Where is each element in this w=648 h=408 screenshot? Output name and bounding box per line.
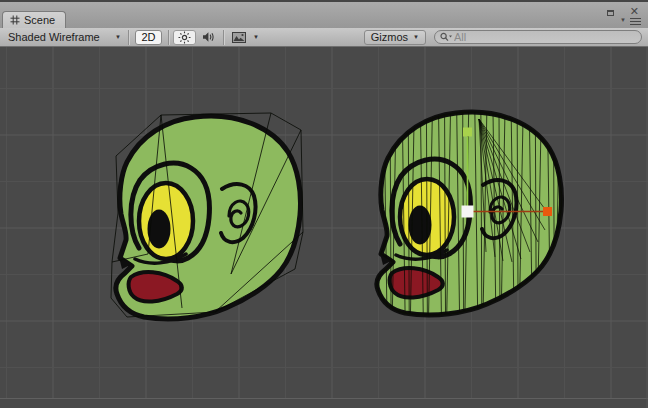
- close-icon[interactable]: ✕: [630, 5, 639, 17]
- tab-title: Scene: [24, 14, 55, 26]
- search-icon[interactable]: [439, 31, 453, 43]
- panel-tab-bar: Scene ✕ ▼: [0, 0, 648, 28]
- draw-mode-label: Shaded Wireframe: [8, 31, 100, 43]
- gizmos-dropdown[interactable]: Gizmos ▼: [364, 30, 426, 45]
- panel-dropdown-icon[interactable]: ▼: [620, 16, 626, 24]
- search-input[interactable]: [454, 31, 635, 43]
- chevron-down-icon: ▼: [413, 34, 419, 40]
- gizmos-label: Gizmos: [371, 31, 408, 43]
- image-icon: [232, 32, 246, 43]
- toolbar-separator: [223, 30, 224, 45]
- tab-scene[interactable]: Scene: [2, 11, 66, 28]
- audio-toggle-button[interactable]: [198, 30, 219, 45]
- scene-canvas[interactable]: [0, 47, 648, 408]
- unity-scene-panel: Scene ✕ ▼ Shaded Wireframe ▼ 2D: [0, 0, 648, 408]
- zombie-head-left[interactable]: [111, 113, 303, 319]
- effects-dropdown-icon[interactable]: ▼: [253, 34, 259, 40]
- speaker-icon: [202, 31, 215, 43]
- toolbar-separator: [128, 30, 129, 45]
- scene-toolbar: Shaded Wireframe ▼ 2D: [0, 28, 648, 47]
- gizmo-y-axis-handle[interactable]: [463, 128, 472, 137]
- chevron-down-icon: ▼: [115, 34, 121, 40]
- toggle-2d-button[interactable]: 2D: [135, 30, 162, 45]
- scene-grid-icon: [10, 15, 20, 25]
- gizmo-x-axis-handle[interactable]: [543, 207, 552, 216]
- toolbar-separator: [168, 30, 169, 45]
- lighting-toggle-button[interactable]: [173, 30, 196, 45]
- gizmo-center-handle[interactable]: [462, 206, 474, 218]
- scene-viewport[interactable]: [0, 47, 648, 408]
- search-field[interactable]: [434, 30, 642, 44]
- effects-toggle-button[interactable]: [228, 30, 250, 45]
- panel-menu-icon[interactable]: [630, 18, 641, 27]
- draw-mode-dropdown[interactable]: Shaded Wireframe ▼: [3, 31, 125, 43]
- sun-icon: [178, 31, 191, 44]
- maximize-icon[interactable]: [607, 10, 614, 16]
